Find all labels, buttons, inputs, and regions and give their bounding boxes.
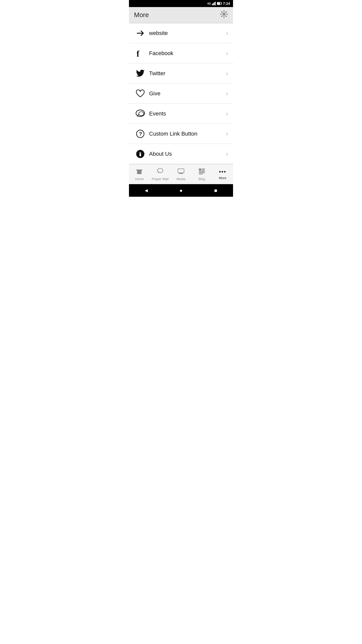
give-label: Give bbox=[149, 90, 226, 97]
svg-rect-22 bbox=[137, 172, 142, 173]
app-header: More bbox=[129, 7, 233, 23]
svg-rect-17 bbox=[140, 152, 141, 153]
svg-text:⚡: ⚡ bbox=[217, 3, 219, 5]
home-nav-label: Home bbox=[135, 177, 144, 181]
svg-rect-5 bbox=[221, 3, 222, 4]
about-us-label: About Us bbox=[149, 151, 226, 157]
svg-rect-21 bbox=[137, 172, 142, 172]
menu-item-about-us[interactable]: i About Us › bbox=[129, 144, 233, 164]
chat-icon bbox=[134, 109, 147, 118]
status-icons: 4G ⚡ 7:24 bbox=[207, 2, 230, 6]
signal-bars-icon bbox=[212, 2, 216, 5]
nav-item-media[interactable]: Media bbox=[171, 168, 192, 181]
svg-text:f: f bbox=[137, 49, 140, 58]
heart-icon bbox=[134, 89, 147, 98]
menu-item-facebook[interactable]: f Facebook › bbox=[129, 43, 233, 63]
svg-point-11 bbox=[139, 112, 144, 116]
nav-item-prayer-wall[interactable]: Prayer Wall bbox=[150, 168, 171, 181]
chevron-icon: › bbox=[226, 110, 228, 117]
nav-item-blog[interactable]: Blog bbox=[191, 168, 212, 181]
info-icon: i bbox=[134, 150, 147, 158]
more-nav-label: More bbox=[219, 176, 227, 180]
svg-rect-19 bbox=[137, 171, 142, 171]
blog-nav-label: Blog bbox=[199, 177, 205, 181]
menu-list: website › f Facebook › Twitter › Give › bbox=[129, 23, 233, 164]
chevron-icon: › bbox=[226, 70, 228, 77]
home-icon bbox=[136, 168, 143, 176]
svg-rect-32 bbox=[199, 172, 205, 173]
svg-rect-31 bbox=[199, 171, 205, 172]
media-nav-label: Media bbox=[176, 177, 185, 181]
svg-rect-20 bbox=[137, 171, 142, 172]
page-title: More bbox=[134, 11, 149, 19]
svg-rect-29 bbox=[202, 169, 205, 169]
android-nav-bar: ◄ ● ■ bbox=[129, 184, 233, 197]
chevron-icon: › bbox=[226, 90, 228, 97]
blog-icon bbox=[198, 168, 205, 176]
twitter-label: Twitter bbox=[149, 70, 226, 77]
svg-rect-25 bbox=[178, 169, 184, 173]
settings-icon[interactable] bbox=[220, 10, 228, 20]
svg-rect-33 bbox=[199, 174, 203, 174]
menu-item-events[interactable]: Events › bbox=[129, 104, 233, 124]
menu-item-give[interactable]: Give › bbox=[129, 84, 233, 104]
nav-item-more[interactable]: ••• More bbox=[212, 169, 233, 180]
svg-rect-18 bbox=[136, 170, 142, 171]
time-display: 7:24 bbox=[223, 2, 230, 6]
back-button[interactable]: ◄ bbox=[139, 185, 154, 195]
prayer-icon bbox=[157, 168, 164, 176]
media-icon bbox=[177, 168, 185, 176]
chevron-icon: › bbox=[226, 130, 228, 137]
battery-icon: ⚡ bbox=[217, 2, 222, 5]
bottom-navigation: Home Prayer Wall Media bbox=[129, 164, 233, 184]
svg-rect-3 bbox=[215, 2, 216, 5]
svg-rect-30 bbox=[202, 170, 205, 171]
more-icon: ••• bbox=[219, 169, 226, 175]
svg-rect-23 bbox=[137, 173, 142, 174]
svg-text:?: ? bbox=[139, 131, 142, 137]
chevron-icon: › bbox=[226, 30, 228, 37]
home-button[interactable]: ● bbox=[173, 185, 189, 195]
signal-icon: 4G bbox=[207, 2, 211, 5]
question-icon: ? bbox=[134, 130, 147, 138]
prayer-wall-nav-label: Prayer Wall bbox=[152, 177, 169, 181]
chevron-icon: › bbox=[226, 50, 228, 57]
custom-link-label: Custom Link Button bbox=[149, 131, 226, 137]
svg-rect-2 bbox=[214, 2, 215, 5]
arrow-icon bbox=[134, 29, 147, 37]
svg-point-8 bbox=[223, 13, 225, 15]
status-bar: 4G ⚡ 7:24 bbox=[129, 0, 233, 7]
svg-rect-16 bbox=[140, 153, 141, 156]
facebook-label: Facebook bbox=[149, 50, 226, 57]
svg-rect-1 bbox=[213, 3, 214, 5]
svg-rect-0 bbox=[212, 4, 213, 5]
nav-item-home[interactable]: Home bbox=[129, 168, 150, 181]
recent-button[interactable]: ■ bbox=[208, 185, 223, 195]
menu-item-custom-link[interactable]: ? Custom Link Button › bbox=[129, 124, 233, 144]
svg-rect-28 bbox=[199, 169, 201, 171]
menu-item-website[interactable]: website › bbox=[129, 23, 233, 43]
menu-item-twitter[interactable]: Twitter › bbox=[129, 63, 233, 84]
website-label: website bbox=[149, 30, 226, 36]
svg-rect-27 bbox=[179, 173, 183, 174]
chevron-icon: › bbox=[226, 150, 228, 157]
twitter-icon bbox=[134, 70, 147, 77]
facebook-icon: f bbox=[134, 49, 147, 58]
events-label: Events bbox=[149, 110, 226, 117]
